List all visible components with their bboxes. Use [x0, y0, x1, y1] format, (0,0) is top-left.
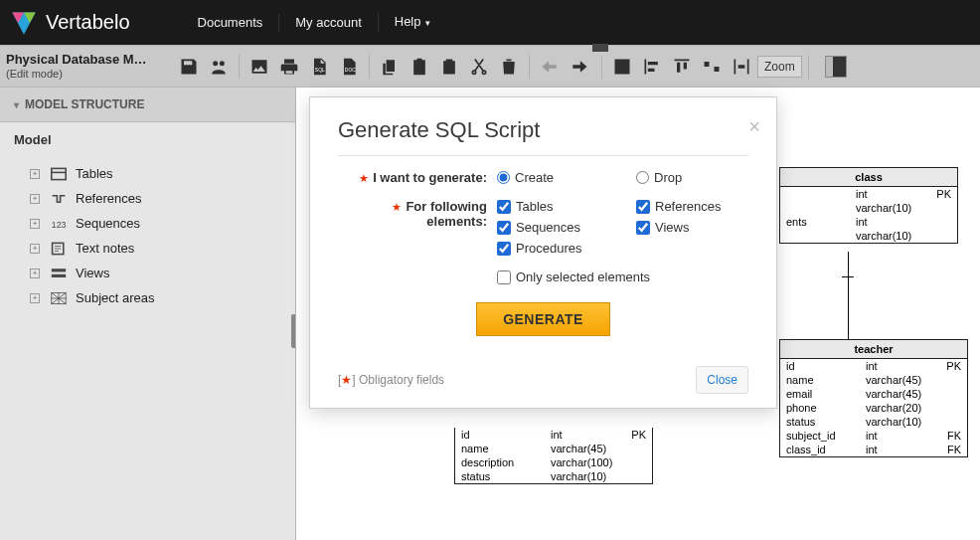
- references-icon: [50, 192, 68, 206]
- chk-references[interactable]: References: [636, 199, 735, 214]
- copy-icon[interactable]: [376, 54, 404, 80]
- generate-button[interactable]: GENERATE: [476, 302, 610, 336]
- top-nav: Documents My account Help▾: [182, 13, 446, 32]
- chk-sequences[interactable]: Sequences: [497, 220, 596, 235]
- close-icon[interactable]: ×: [748, 115, 760, 138]
- tree-item-references[interactable]: +References: [0, 186, 295, 211]
- expand-icon[interactable]: +: [30, 169, 40, 179]
- tree-root[interactable]: Model: [0, 122, 295, 157]
- radio-create[interactable]: Create: [497, 170, 596, 185]
- obligatory-note: [★] Obligatory fields: [338, 373, 444, 387]
- tables-icon: [50, 167, 68, 181]
- nav-help[interactable]: Help▾: [378, 13, 446, 32]
- expand-icon[interactable]: +: [30, 269, 40, 278]
- sequences-icon: 123: [50, 217, 68, 231]
- brand: Vertabelo: [46, 11, 130, 34]
- areas-icon: [50, 291, 68, 305]
- sql-icon[interactable]: SQL: [305, 54, 333, 80]
- expand-icon[interactable]: +: [30, 194, 40, 204]
- er-table-class[interactable]: class intPK varchar(10) entsint varchar(…: [779, 167, 958, 244]
- chevron-down-icon: ▾: [425, 18, 430, 28]
- svg-rect-12: [52, 269, 66, 271]
- tree-item-areas[interactable]: +Subject areas: [0, 285, 295, 310]
- expand-icon[interactable]: +: [30, 244, 40, 254]
- svg-rect-13: [52, 273, 66, 276]
- dropdown-marker-icon: [592, 44, 608, 52]
- chk-only-selected[interactable]: Only selected elements: [497, 270, 650, 284]
- panel-toggle-icon[interactable]: [825, 56, 847, 78]
- spacing-icon[interactable]: [728, 54, 755, 80]
- svg-text:DOC: DOC: [345, 67, 357, 73]
- align-top-icon[interactable]: [668, 54, 696, 80]
- share-icon[interactable]: [205, 54, 233, 80]
- expand-icon[interactable]: +: [30, 219, 40, 229]
- undo-icon[interactable]: [536, 54, 564, 80]
- sidebar-header[interactable]: ▾MODEL STRUCTURE: [0, 88, 295, 122]
- views-icon: [50, 267, 68, 280]
- svg-text:SQL: SQL: [315, 67, 325, 73]
- svg-rect-5: [52, 168, 66, 179]
- paste-icon[interactable]: [406, 54, 433, 80]
- tree-item-tables[interactable]: +Tables: [0, 161, 295, 186]
- logo-icon: [10, 9, 38, 37]
- doc-icon[interactable]: DOC: [335, 54, 363, 80]
- generate-sql-modal: × Generate SQL Script ★I want to generat…: [309, 96, 777, 409]
- expand-icon[interactable]: +: [30, 293, 40, 303]
- tree-item-views[interactable]: +Views: [0, 261, 295, 285]
- svg-text:123: 123: [52, 220, 67, 230]
- nav-account[interactable]: My account: [278, 14, 377, 32]
- tree-item-textnotes[interactable]: +Text notes: [0, 236, 295, 261]
- tree-item-sequences[interactable]: +123Sequences: [0, 211, 295, 236]
- chk-views[interactable]: Views: [636, 220, 735, 235]
- er-table-subject[interactable]: idintPK namevarchar(45) descriptionvarch…: [454, 428, 653, 484]
- er-table-teacher[interactable]: teacher idintPK namevarchar(45) emailvar…: [779, 339, 968, 457]
- chevron-down-icon: ▾: [14, 99, 19, 110]
- save-icon[interactable]: [175, 54, 203, 80]
- edit-icon[interactable]: [608, 54, 636, 80]
- tree: +Tables +References +123Sequences +Text …: [0, 157, 295, 314]
- zoom-button[interactable]: Zoom: [757, 56, 802, 78]
- print-icon[interactable]: [275, 54, 303, 80]
- chk-procedures[interactable]: Procedures: [497, 241, 596, 256]
- modal-title: Generate SQL Script: [338, 117, 748, 156]
- align-left-icon[interactable]: [638, 54, 666, 80]
- cut-icon[interactable]: [465, 54, 493, 80]
- clipboard-icon[interactable]: [435, 54, 463, 80]
- sidebar: ▾MODEL STRUCTURE Model +Tables +Referenc…: [0, 88, 296, 540]
- toolbar: Physical Database M… (Edit mode) SQL DOC…: [0, 45, 980, 88]
- logo[interactable]: Vertabelo: [10, 9, 130, 37]
- notes-icon: [50, 242, 68, 256]
- trash-icon[interactable]: [495, 54, 523, 80]
- image-icon[interactable]: [245, 54, 273, 80]
- radio-drop[interactable]: Drop: [636, 170, 735, 185]
- doc-title[interactable]: Physical Database M… (Edit mode): [6, 53, 173, 79]
- top-bar: Vertabelo Documents My account Help▾: [0, 0, 980, 45]
- close-button[interactable]: Close: [696, 366, 748, 394]
- nav-documents[interactable]: Documents: [182, 14, 279, 32]
- chk-tables[interactable]: Tables: [497, 199, 596, 214]
- redo-icon[interactable]: [566, 54, 593, 80]
- distribute-icon[interactable]: [698, 54, 726, 80]
